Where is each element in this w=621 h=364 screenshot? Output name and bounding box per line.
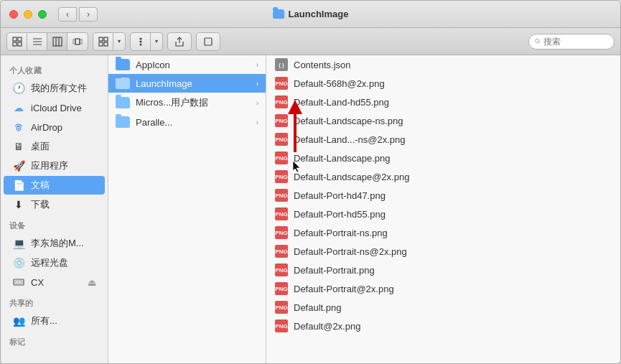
sidebar-item-mac[interactable]: 💻 李东旭的M...: [4, 234, 105, 253]
tag-btn[interactable]: [197, 33, 220, 50]
folder-icon-microsoft: [116, 97, 130, 108]
sidebar-label-mac: 李东旭的M...: [31, 237, 84, 250]
svg-line-22: [538, 42, 540, 44]
docs-icon: 📄: [12, 179, 25, 192]
file-default-landscape-ns[interactable]: PNG Default-Landscape-ns.png: [266, 111, 620, 130]
grid-button-group: ▾: [93, 32, 126, 51]
svg-point-21: [536, 39, 539, 42]
share-btn[interactable]: [168, 33, 191, 50]
svg-rect-3: [18, 42, 22, 46]
sidebar-item-documents[interactable]: 📄 文稿: [4, 176, 105, 195]
file-label-3: Default-Landscape-ns.png: [294, 116, 403, 126]
section-devices: 设备: [1, 215, 108, 233]
titlebar: ‹ › LaunchImage: [1, 1, 620, 28]
png-icon-14: PNG: [275, 319, 288, 332]
sidebar-label-downloads: 下载: [31, 198, 50, 211]
sidebar-item-icloud[interactable]: ☁ iCloud Drive: [4, 98, 105, 117]
file-default-landscape[interactable]: PNG Default-Landscape.png: [266, 149, 620, 167]
sidebar-label-cx: CX: [31, 277, 44, 288]
svg-rect-0: [13, 37, 17, 41]
column-view-btn[interactable]: [47, 33, 67, 50]
file-label-12: Default-Portrait@2x.png: [294, 284, 394, 294]
col1-appicon-label: AppIcon: [136, 60, 170, 70]
col1-appicon-arrow: ›: [256, 61, 258, 69]
sidebar-item-downloads[interactable]: ⬇ 下载: [4, 195, 105, 214]
file-label-11: Default-Portrait.png: [294, 265, 375, 276]
file-panel: { } Contents.json PNG Default-568h@2x.pn…: [266, 55, 620, 363]
svg-rect-13: [99, 37, 103, 41]
action-button-group: ▾: [130, 32, 163, 51]
svg-point-18: [140, 41, 141, 42]
sidebar-item-desktop[interactable]: 🖥 桌面: [4, 137, 105, 156]
folder-icon-parallels: [116, 116, 130, 128]
file-default-568h[interactable]: PNG Default-568h@2x.png: [266, 74, 620, 93]
file-label-1: Default-568h@2x.png: [294, 78, 385, 89]
sidebar-label-apps: 应用程序: [31, 159, 68, 172]
traffic-lights: [1, 10, 47, 19]
grid-btn[interactable]: [93, 33, 113, 50]
column-1: AppIcon › LaunchImage › Micros...用户数据 › …: [108, 55, 266, 363]
sidebar-item-apps[interactable]: 🚀 应用程序: [4, 157, 105, 175]
col1-parallels[interactable]: Paralle... ›: [108, 113, 266, 131]
file-default2x[interactable]: PNG Default@2x.png: [266, 317, 620, 335]
png-icon-1: PNG: [275, 77, 288, 90]
file-label-2: Default-Land-hd55.png: [294, 97, 389, 108]
file-default-portrait2x[interactable]: PNG Default-Portrait@2x.png: [266, 279, 620, 298]
eject-icon[interactable]: ⏏: [88, 277, 96, 288]
coverflow-view-btn[interactable]: [67, 33, 88, 50]
svg-rect-14: [104, 37, 108, 41]
file-label-8: Default-Port-hd55.png: [294, 209, 386, 220]
cloud-icon: ☁: [12, 101, 25, 114]
drive-icon: [12, 276, 25, 289]
search-input[interactable]: [543, 37, 608, 47]
png-icon-13: PNG: [275, 301, 288, 314]
back-button[interactable]: ‹: [58, 7, 77, 22]
list-view-btn[interactable]: [27, 33, 47, 50]
airdrop-icon: [12, 121, 25, 134]
forward-button[interactable]: ›: [79, 7, 98, 22]
maximize-button[interactable]: [38, 10, 47, 19]
file-default-land-ns2x[interactable]: PNG Default-Land...-ns@2x.png: [266, 130, 620, 149]
col1-parallels-label: Paralle...: [136, 117, 172, 128]
toolbar: ▾ ▾: [1, 28, 620, 55]
action-dropdown-btn[interactable]: ▾: [151, 33, 162, 50]
sidebar-label-icloud: iCloud Drive: [31, 103, 82, 113]
file-default-portrait-ns[interactable]: PNG Default-Portrait-ns.png: [266, 223, 620, 242]
download-icon: ⬇: [12, 198, 25, 211]
file-label-7: Default-Port-hd47.png: [294, 190, 386, 201]
file-default[interactable]: PNG Default.png: [266, 298, 620, 317]
file-contents-json[interactable]: { } Contents.json: [266, 55, 620, 74]
sidebar-item-airdrop[interactable]: AirDrop: [4, 118, 105, 136]
svg-rect-15: [99, 42, 103, 46]
section-personal: 个人收藏: [1, 60, 108, 78]
sidebar-item-cx[interactable]: CX ⏏: [4, 273, 105, 291]
window-title: LaunchImage: [289, 9, 349, 19]
share-button: [167, 32, 192, 51]
sidebar-label-desktop: 桌面: [31, 140, 50, 153]
file-label-5: Default-Landscape.png: [294, 153, 390, 164]
title-folder-icon: [273, 9, 284, 19]
file-default-landscape2x[interactable]: PNG Default-Landscape@2x.png: [266, 167, 620, 186]
grid-dropdown-btn[interactable]: ▾: [113, 33, 125, 50]
sidebar-item-all-files[interactable]: 🕐 我的所有文件: [4, 79, 105, 98]
col1-appicon[interactable]: AppIcon ›: [108, 55, 266, 74]
minimize-button[interactable]: [24, 10, 32, 19]
file-default-land-hd55[interactable]: PNG Default-Land-hd55.png: [266, 93, 620, 111]
file-label-10: Default-Portrait-ns@2x.png: [294, 246, 407, 257]
col1-microsoft[interactable]: Micros...用户数据 ›: [108, 93, 266, 113]
svg-rect-10: [75, 39, 80, 45]
sidebar-item-all-shared[interactable]: 👥 所有...: [4, 312, 105, 330]
sidebar-item-dvd[interactable]: 💿 远程光盘: [4, 253, 105, 272]
search-box[interactable]: [528, 34, 615, 50]
file-default-port-hd47[interactable]: PNG Default-Port-hd47.png: [266, 186, 620, 205]
png-icon-3: PNG: [275, 114, 288, 127]
window-title-area: LaunchImage: [273, 9, 349, 19]
action-btn[interactable]: [131, 33, 151, 50]
icon-view-btn[interactable]: [7, 33, 27, 50]
close-button[interactable]: [9, 10, 18, 19]
file-default-portrait-ns2x[interactable]: PNG Default-Portrait-ns@2x.png: [266, 242, 620, 261]
file-default-portrait[interactable]: PNG Default-Portrait.png: [266, 261, 620, 279]
file-default-port-hd55[interactable]: PNG Default-Port-hd55.png: [266, 205, 620, 223]
col1-microsoft-label: Micros...用户数据: [136, 96, 208, 109]
col1-launchimage[interactable]: LaunchImage ›: [108, 74, 266, 93]
